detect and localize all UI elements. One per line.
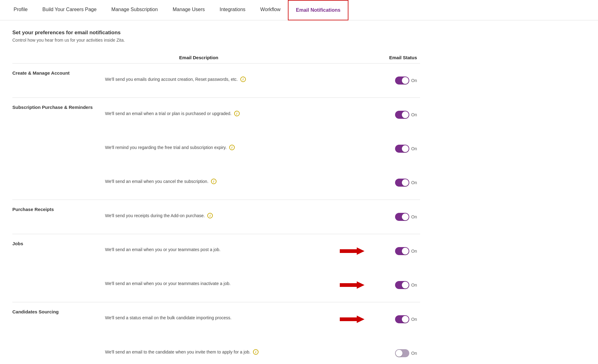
toggle-thumb: [396, 350, 402, 357]
info-icon[interactable]: i: [229, 145, 235, 150]
toggle-1-2[interactable]: [395, 179, 409, 187]
toggle-thumb: [402, 213, 409, 220]
desc-text: We'll send an email when you or your tea…: [105, 247, 221, 252]
toggle-2-0[interactable]: [395, 213, 409, 221]
table-header: Email Description Email Status: [12, 52, 420, 64]
section-desc-1-1: We'll remind you regarding the free tria…: [99, 132, 371, 166]
section-label-1: [12, 132, 99, 166]
page-subheading: Control how you hear from us for your ac…: [12, 38, 420, 43]
section-status-1-2: On: [371, 166, 420, 200]
table-row: Candidates SourcingWe'll send a status e…: [12, 302, 420, 337]
table-row: We'll send an email when you cancel the …: [12, 166, 420, 200]
section-desc-3-1: We'll send an email when you or your tea…: [99, 268, 371, 302]
section-status-4-1: On: [371, 336, 420, 364]
email-description-header: Email Description: [99, 52, 371, 64]
section-status-3-1: On: [371, 268, 420, 302]
toggle-label: On: [411, 317, 417, 322]
nav-item-manage-subscription[interactable]: Manage Subscription: [104, 0, 165, 20]
desc-text: We'll send an email when a trial or plan…: [105, 111, 231, 116]
toggle-4-1[interactable]: [395, 349, 409, 357]
toggle-label: On: [411, 283, 417, 287]
toggle-label: On: [411, 214, 417, 219]
top-navigation: ProfileBuild Your Careers PageManage Sub…: [0, 0, 598, 20]
section-status-1-1: On: [371, 132, 420, 166]
section-desc-1-0: We'll send an email when a trial or plan…: [99, 98, 371, 132]
toggle-3-0[interactable]: [395, 247, 409, 255]
toggle-label: On: [411, 112, 417, 117]
toggle-label: On: [411, 146, 417, 151]
section-status-0-0: On: [371, 64, 420, 98]
toggle-thumb: [402, 316, 409, 323]
toggle-0-0[interactable]: [395, 77, 409, 85]
section-label-4: [12, 336, 99, 364]
nav-item-manage-users[interactable]: Manage Users: [165, 0, 212, 20]
nav-item-integrations[interactable]: Integrations: [212, 0, 253, 20]
desc-text: We'll send an email when you or your tea…: [105, 281, 230, 286]
section-status-2-0: On: [371, 200, 420, 234]
toggle-4-0[interactable]: [395, 315, 409, 323]
svg-marker-1: [340, 281, 364, 289]
desc-text: We'll send an email to the candidate whe…: [105, 350, 251, 354]
toggle-label: On: [411, 78, 417, 83]
section-desc-4-1: We'll send an email to the candidate whe…: [99, 336, 371, 364]
toggle-thumb: [402, 282, 409, 288]
notifications-table: Email Description Email Status Create & …: [12, 52, 420, 364]
section-desc-3-0: We'll send an email when you or your tea…: [99, 234, 371, 268]
toggle-label: On: [411, 249, 417, 254]
toggle-label: On: [411, 180, 417, 185]
main-content: Set your preferences for email notificat…: [0, 20, 432, 364]
section-desc-1-2: We'll send an email when you cancel the …: [99, 166, 371, 200]
section-status-4-0: On: [371, 302, 420, 337]
section-label-3: [12, 268, 99, 302]
empty-col: [12, 52, 99, 64]
section-label-2: Purchase Receipts: [12, 200, 99, 234]
info-icon[interactable]: i: [253, 349, 259, 355]
section-desc-4-0: We'll send a status email on the bulk ca…: [99, 302, 371, 337]
table-row: We'll send an email when you or your tea…: [12, 268, 420, 302]
table-row: JobsWe'll send an email when you or your…: [12, 234, 420, 268]
section-desc-2-0: We'll send you receipts during the Add-o…: [99, 200, 371, 234]
desc-text: We'll remind you regarding the free tria…: [105, 145, 227, 150]
info-icon[interactable]: i: [211, 179, 217, 184]
svg-marker-0: [340, 247, 364, 255]
nav-item-workflow[interactable]: Workflow: [253, 0, 288, 20]
section-label-1: Subscription Purchase & Reminders: [12, 98, 99, 132]
desc-text: We'll send a status email on the bulk ca…: [105, 315, 231, 320]
section-label-1: [12, 166, 99, 200]
red-arrow-icon: [340, 315, 364, 324]
email-status-header: Email Status: [371, 52, 420, 64]
table-row: Create & Manage AccountWe'll send you em…: [12, 64, 420, 98]
desc-text: We'll send you emails during account cre…: [105, 77, 238, 82]
info-icon[interactable]: i: [207, 213, 213, 218]
svg-marker-2: [340, 316, 364, 323]
toggle-thumb: [402, 77, 409, 84]
toggle-thumb: [402, 145, 409, 152]
section-label-0: Create & Manage Account: [12, 64, 99, 98]
section-status-3-0: On: [371, 234, 420, 268]
info-icon[interactable]: i: [240, 77, 246, 82]
section-label-3: Jobs: [12, 234, 99, 268]
info-icon[interactable]: i: [234, 111, 240, 116]
red-arrow-icon: [340, 247, 364, 255]
desc-text: We'll send an email when you cancel the …: [105, 179, 208, 184]
nav-item-build-your-careers-page[interactable]: Build Your Careers Page: [35, 0, 104, 20]
toggle-thumb: [402, 179, 409, 186]
table-row: Purchase ReceiptsWe'll send you receipts…: [12, 200, 420, 234]
table-row: We'll remind you regarding the free tria…: [12, 132, 420, 166]
toggle-thumb: [402, 248, 409, 254]
section-label-4: Candidates Sourcing: [12, 302, 99, 337]
desc-text: We'll send you receipts during the Add-o…: [105, 213, 205, 218]
table-row: We'll send an email to the candidate whe…: [12, 336, 420, 364]
page-heading: Set your preferences for email notificat…: [12, 30, 420, 36]
toggle-1-0[interactable]: [395, 111, 409, 119]
nav-item-email-notifications[interactable]: Email Notifications: [288, 0, 348, 20]
toggle-label: On: [411, 351, 417, 356]
section-desc-0-0: We'll send you emails during account cre…: [99, 64, 371, 98]
nav-item-profile[interactable]: Profile: [6, 0, 35, 20]
table-row: Subscription Purchase & RemindersWe'll s…: [12, 98, 420, 132]
toggle-thumb: [402, 111, 409, 118]
red-arrow-icon: [340, 281, 364, 289]
toggle-3-1[interactable]: [395, 281, 409, 289]
section-status-1-0: On: [371, 98, 420, 132]
toggle-1-1[interactable]: [395, 145, 409, 153]
